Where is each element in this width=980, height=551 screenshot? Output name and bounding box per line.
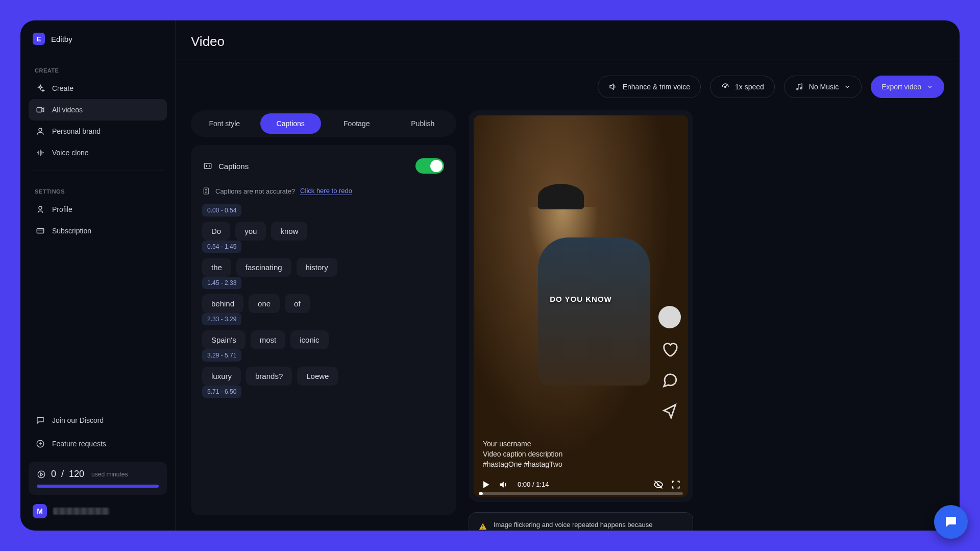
word-chip[interactable]: one [249, 294, 280, 313]
captions-toggle[interactable] [415, 158, 444, 174]
time-chip[interactable]: 2.33 - 3.29 [202, 313, 241, 325]
warning-card: Image flickering and voice repeated happ… [469, 512, 693, 531]
word-chip[interactable]: of [285, 294, 310, 313]
word-chip[interactable]: Spain's [202, 330, 246, 349]
svg-point-7 [797, 88, 798, 90]
word-chip[interactable]: Loewe [297, 367, 338, 386]
word-chip[interactable]: Do [202, 222, 230, 241]
captions-scroll[interactable]: Captions Captions are not accurate? Clic… [191, 145, 456, 515]
music-icon [795, 82, 804, 91]
word-chip[interactable]: luxury [202, 367, 241, 386]
tab-captions[interactable]: Captions [260, 113, 322, 134]
comment-icon[interactable] [660, 370, 679, 390]
word-row: luxurybrands?Loewe [202, 367, 445, 386]
user-icon [36, 205, 45, 214]
chevron-down-icon [926, 83, 934, 90]
word-chip[interactable]: brands? [246, 367, 292, 386]
chat-icon [36, 416, 45, 425]
sidebar-item-profile[interactable]: Profile [29, 199, 167, 220]
export-video-button[interactable]: Export video [871, 76, 944, 98]
main: Video Enhance & trim voice 1x speed No M… [176, 20, 960, 531]
word-chip[interactable]: iconic [290, 330, 328, 349]
video-preview[interactable]: DO YOU KNOW Your username Video caption … [474, 115, 688, 497]
plus-circle-icon [36, 439, 45, 448]
sidebar-item-label: Create [52, 84, 74, 92]
sidebar-item-label: Join our Discord [52, 416, 104, 424]
accuracy-text: Captions are not accurate? [215, 187, 295, 195]
sidebar-item-label: Personal brand [52, 127, 101, 135]
word-chip[interactable]: history [297, 258, 337, 277]
tab-font-style[interactable]: Font style [194, 113, 255, 134]
sidebar-item-label: Subscription [52, 227, 91, 235]
word-chip[interactable]: the [202, 258, 231, 277]
time-chip[interactable]: 1.45 - 2.33 [202, 277, 241, 289]
word-chip[interactable]: most [251, 330, 286, 349]
progress-track[interactable] [479, 492, 683, 495]
tab-publish[interactable]: Publish [393, 113, 454, 134]
usage-suffix: used minutes [91, 471, 128, 478]
sidebar-item-feature-requests[interactable]: Feature requests [29, 433, 167, 454]
avatar-badge: M [33, 504, 47, 518]
caption-overlay: DO YOU KNOW [550, 295, 612, 303]
warning-text: Image flickering and voice repeated happ… [494, 521, 653, 529]
svg-point-2 [39, 206, 42, 209]
sidebar-bottom: Join our Discord Feature requests 0 / 12… [29, 410, 167, 518]
sidebar-item-voice-clone[interactable]: Voice clone [29, 142, 167, 163]
usage-card: 0 / 120 used minutes [29, 462, 167, 495]
enhance-voice-button[interactable]: Enhance & trim voice [598, 76, 701, 98]
button-label: 1x speed [735, 83, 764, 91]
word-chip[interactable]: you [235, 222, 266, 241]
sparkle-icon [36, 84, 45, 93]
usage-total: 120 [69, 469, 84, 480]
sidebar-item-create[interactable]: Create [29, 78, 167, 99]
speed-button[interactable]: 1x speed [710, 76, 775, 98]
caption-block: 2.33 - 3.29Spain'smosticonic [202, 313, 445, 349]
word-row: behindoneof [202, 294, 445, 313]
word-chip[interactable]: know [271, 222, 307, 241]
word-row: thefascinatinghistory [202, 258, 445, 277]
sidebar-item-subscription[interactable]: Subscription [29, 220, 167, 242]
wave-icon [36, 148, 45, 157]
video-hashtags: #hastagOne #hastagTwo [483, 460, 647, 468]
time-chip[interactable]: 0.00 - 0.54 [202, 204, 241, 217]
account-name-redacted [53, 508, 109, 515]
word-chip[interactable]: behind [202, 294, 243, 313]
time-chip[interactable]: 0.54 - 1.45 [202, 241, 241, 253]
accuracy-redo-link[interactable]: Click here to redo [300, 187, 352, 195]
profile-avatar-icon[interactable] [658, 306, 681, 328]
sidebar-item-discord[interactable]: Join our Discord [29, 410, 167, 431]
sidebar-item-all-videos[interactable]: All videos [29, 99, 167, 121]
account-row[interactable]: M [29, 497, 167, 518]
caption-block: 1.45 - 2.33behindoneof [202, 277, 445, 313]
time-chip[interactable]: 5.71 - 6.50 [202, 386, 241, 398]
sidebar-item-label: All videos [52, 106, 83, 114]
fullscreen-icon[interactable] [671, 480, 681, 490]
caption-block: 0.54 - 1.45thefascinatinghistory [202, 241, 445, 277]
share-icon[interactable] [660, 401, 679, 420]
word-chip[interactable]: fascinating [236, 258, 291, 277]
brand-name: Editby [51, 35, 72, 43]
caption-block: 5.71 - 6.50 [202, 386, 445, 398]
scene-person [538, 237, 650, 386]
svg-rect-0 [37, 108, 42, 112]
sidebar-item-label: Profile [52, 205, 72, 213]
preview-frame: DO YOU KNOW Your username Video caption … [469, 110, 693, 502]
eye-off-icon[interactable] [653, 480, 664, 490]
section-settings-label: SETTINGS [29, 184, 167, 199]
sidebar-item-personal-brand[interactable]: Personal brand [29, 121, 167, 142]
play-icon[interactable] [481, 480, 491, 490]
warning-icon [478, 522, 487, 531]
heart-icon[interactable] [660, 340, 679, 359]
music-select[interactable]: No Music [784, 76, 862, 98]
divider [32, 171, 164, 171]
volume-icon[interactable] [498, 480, 508, 490]
time-chip[interactable]: 3.29 - 5.71 [202, 349, 241, 362]
svg-rect-3 [37, 229, 44, 233]
button-label: Export video [881, 83, 921, 91]
chat-fab[interactable] [934, 505, 968, 539]
button-label: No Music [809, 83, 839, 91]
captions-panel: Font style Captions Footage Publish Capt… [191, 110, 456, 515]
usage-used: 0 [51, 469, 56, 480]
button-label: Enhance & trim voice [623, 83, 690, 91]
tab-footage[interactable]: Footage [326, 113, 387, 134]
